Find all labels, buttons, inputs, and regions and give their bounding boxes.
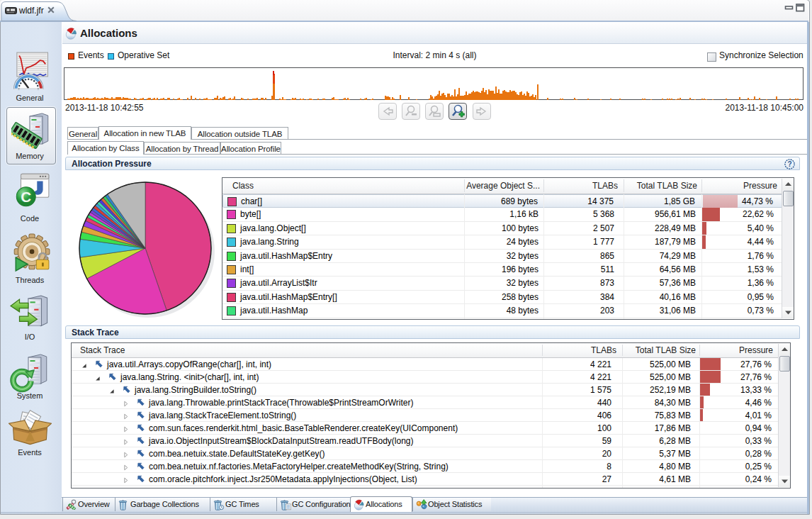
svg-text:?: ?	[787, 160, 791, 168]
svg-text:C: C	[21, 189, 31, 205]
